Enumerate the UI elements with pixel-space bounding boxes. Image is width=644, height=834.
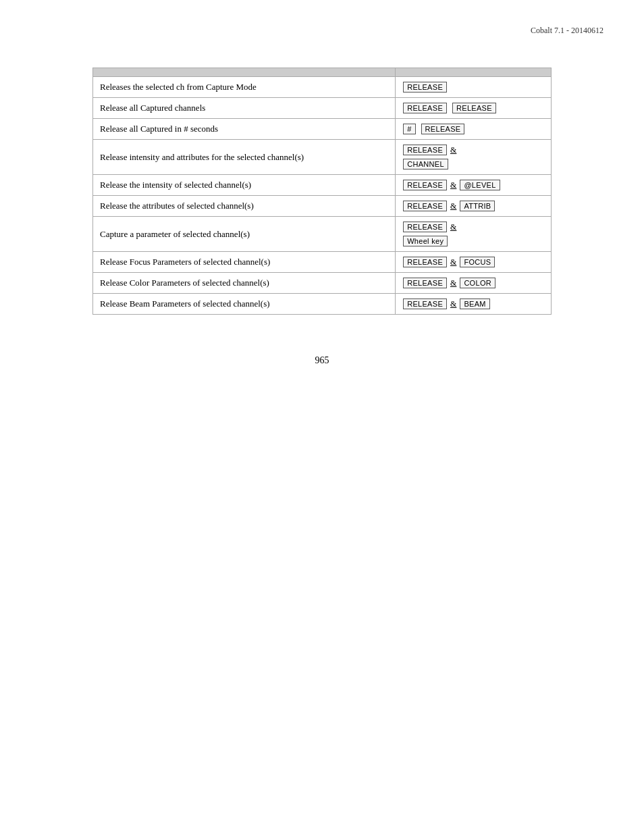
key-beam: BEAM <box>460 298 489 309</box>
key-release: RELEASE <box>421 124 465 134</box>
row-description: Release Beam Parameters of selected chan… <box>93 294 396 315</box>
row-keys: RELEASE&@LEVEL <box>396 175 552 196</box>
row-keys: RELEASE&COLOR <box>396 273 552 294</box>
row-description: Release all Captured in # seconds <box>93 119 396 140</box>
table-row: Release the intensity of selected channe… <box>93 175 552 196</box>
row-keys: RELEASE&Wheel key <box>396 217 552 252</box>
table-row: Release all Captured in # seconds#RELEAS… <box>93 119 552 140</box>
table-row: Releases the selected ch from Capture Mo… <box>93 77 552 98</box>
row-keys: RELEASE <box>396 77 552 98</box>
row-description: Release Color Parameters of selected cha… <box>93 273 396 294</box>
row-keys: RELEASE&BEAM <box>396 294 552 315</box>
reference-table: Releases the selected ch from Capture Mo… <box>92 68 552 315</box>
key-color: COLOR <box>460 278 495 288</box>
key-attrib: ATTRIB <box>460 201 495 211</box>
table-row: Release all Captured channelsRELEASERELE… <box>93 98 552 119</box>
row-keys: RELEASE&CHANNEL <box>396 140 552 175</box>
key-amp: & <box>450 180 456 190</box>
table-row: Capture a parameter of selected channel(… <box>93 217 552 252</box>
table-row: Release Color Parameters of selected cha… <box>93 273 552 294</box>
table-row: Release Beam Parameters of selected chan… <box>93 294 552 315</box>
row-description: Release the intensity of selected channe… <box>93 175 396 196</box>
key-amp: & <box>450 278 456 288</box>
row-description: Releases the selected ch from Capture Mo… <box>93 77 396 98</box>
key-release: RELEASE <box>403 257 447 267</box>
key-release: RELEASE <box>403 298 447 309</box>
col1-header <box>93 68 396 77</box>
key-release: RELEASE <box>403 278 447 288</box>
row-keys: RELEASE&FOCUS <box>396 252 552 273</box>
row-keys: #RELEASE <box>396 119 552 140</box>
key-level: @LEVEL <box>460 180 500 190</box>
key-amp: & <box>450 257 456 267</box>
key-release: RELEASE <box>403 103 447 113</box>
row-keys: RELEASE&ATTRIB <box>396 196 552 217</box>
table-row: Release intensity and attributes for the… <box>93 140 552 175</box>
key-channel: CHANNEL <box>403 159 448 170</box>
key-release: RELEASE <box>452 103 496 113</box>
key-release: RELEASE <box>403 221 447 232</box>
key-amp: & <box>450 222 456 232</box>
page-number: 965 <box>0 355 644 366</box>
table-row: Release the attributes of selected chann… <box>93 196 552 217</box>
key-release: RELEASE <box>403 180 447 190</box>
version-label: Cobalt 7.1 - 20140612 <box>531 26 603 36</box>
row-description: Release all Captured channels <box>93 98 396 119</box>
row-description: Release Focus Parameters of selected cha… <box>93 252 396 273</box>
key-release: RELEASE <box>403 201 447 211</box>
key-release: RELEASE <box>403 145 447 155</box>
row-description: Release the attributes of selected chann… <box>93 196 396 217</box>
page-content: Releases the selected ch from Capture Mo… <box>92 68 552 315</box>
key-focus: FOCUS <box>460 257 495 267</box>
key-amp: & <box>450 201 456 211</box>
row-keys: RELEASERELEASE <box>396 98 552 119</box>
table-row: Release Focus Parameters of selected cha… <box>93 252 552 273</box>
key-release: RELEASE <box>403 82 447 93</box>
key-amp: & <box>450 299 456 309</box>
table-header-row <box>93 68 552 77</box>
key-: # <box>403 124 415 134</box>
row-description: Release intensity and attributes for the… <box>93 140 396 175</box>
key-wheelkey: Wheel key <box>403 236 448 246</box>
key-amp: & <box>450 145 456 155</box>
col2-header <box>396 68 552 77</box>
row-description: Capture a parameter of selected channel(… <box>93 217 396 252</box>
